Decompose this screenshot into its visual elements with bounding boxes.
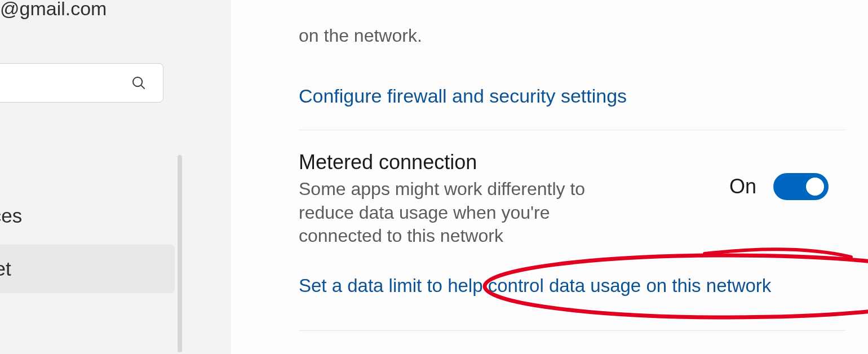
settings-window: @gmail.com evices ernet on the network. … bbox=[0, 0, 868, 354]
account-email: @gmail.com bbox=[0, 0, 107, 20]
svg-point-0 bbox=[133, 77, 142, 86]
svg-line-1 bbox=[141, 85, 144, 88]
search-icon bbox=[130, 74, 147, 91]
metered-connection-desc: Some apps might work differently to redu… bbox=[299, 178, 592, 248]
network-profile-desc-fragment: on the network. bbox=[299, 24, 845, 48]
toggle-knob bbox=[806, 178, 824, 196]
metered-connection-toggle-group: On bbox=[729, 173, 829, 200]
metered-connection-title: Metered connection bbox=[299, 151, 845, 174]
metered-connection-section: Metered connection Some apps might work … bbox=[299, 130, 845, 331]
search-input[interactable] bbox=[0, 63, 163, 103]
metered-connection-toggle[interactable] bbox=[773, 173, 829, 200]
sidebar-scrollbar[interactable] bbox=[178, 155, 182, 352]
network-profile-section: on the network. Configure firewall and s… bbox=[299, 24, 845, 130]
main-panel: on the network. Configure firewall and s… bbox=[231, 0, 868, 354]
firewall-settings-link[interactable]: Configure firewall and security settings bbox=[299, 85, 845, 107]
toggle-state-label: On bbox=[729, 175, 756, 198]
set-data-limit-link[interactable]: Set a data limit to help control data us… bbox=[299, 275, 845, 297]
sidebar-item-network-internet[interactable]: ernet bbox=[0, 245, 175, 293]
sidebar: @gmail.com evices ernet bbox=[0, 0, 220, 354]
sidebar-item-bluetooth-devices[interactable]: evices bbox=[0, 192, 175, 240]
